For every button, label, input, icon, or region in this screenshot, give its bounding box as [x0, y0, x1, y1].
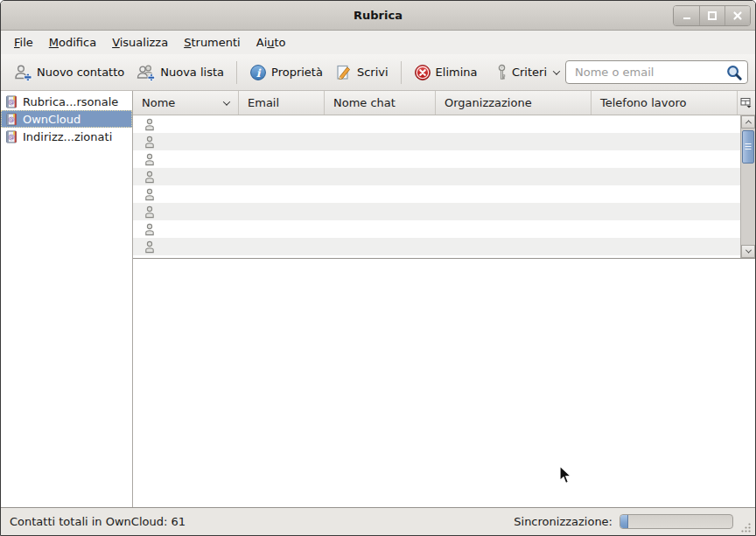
toolbar: Nuovo contatto Nuova lista i Prop — [1, 54, 755, 91]
new-list-icon — [136, 64, 156, 81]
minimize-button[interactable] — [674, 6, 699, 25]
menubar: FileModificaVisualizzaStrumentiAiuto — [1, 31, 755, 54]
search-box — [565, 60, 748, 84]
menu-item-visualizza[interactable]: Visualizza — [104, 32, 176, 52]
contact-list — [133, 115, 755, 259]
titlebar[interactable]: Rubrica — [1, 1, 755, 31]
table-header: Nome Email Nome chat Organizzazione Tele… — [133, 91, 755, 115]
arrow-up-icon — [745, 120, 751, 126]
sidebar-item[interactable]: @ OwnCloud — [1, 110, 132, 128]
main-area: @ Rubrica...rsonale @ OwnCloud — [1, 91, 755, 507]
contact-row[interactable] — [133, 168, 740, 185]
resize-grip[interactable] — [740, 522, 752, 533]
criteria-label: Criteri — [512, 66, 547, 79]
properties-button[interactable]: i Proprietà — [243, 60, 329, 85]
info-icon: i — [249, 64, 267, 81]
contact-row[interactable] — [133, 150, 740, 168]
column-header[interactable]: Nome chat — [325, 91, 436, 115]
address-book-icon: @ — [5, 113, 18, 126]
sync-label: Sincronizzazione: — [514, 515, 612, 528]
column-header[interactable]: Telefono lavoro — [592, 91, 738, 115]
contact-row[interactable] — [133, 115, 740, 133]
column-header-label: Organizzazione — [444, 96, 532, 109]
total-contacts-label: Contatti totali in OwnCloud: 61 — [10, 515, 186, 528]
scrollbar-thumb[interactable] — [742, 130, 754, 164]
chevron-down-icon — [553, 67, 560, 74]
new-list-label: Nuova lista — [160, 66, 224, 79]
window-controls — [673, 5, 751, 26]
properties-label: Proprietà — [271, 66, 323, 79]
maximize-button[interactable] — [699, 6, 724, 25]
arrow-down-icon — [745, 247, 751, 254]
minimize-icon — [682, 10, 692, 21]
contact-rows — [133, 115, 740, 258]
menu-item-strumenti[interactable]: Strumenti — [176, 32, 248, 52]
contact-row[interactable] — [133, 133, 740, 150]
toolbar-separator — [236, 61, 237, 84]
scroll-down-button[interactable] — [741, 245, 755, 258]
vertical-scrollbar — [740, 115, 755, 258]
person-icon — [144, 240, 155, 254]
contact-row[interactable] — [133, 238, 740, 255]
column-header-label: Nome — [142, 96, 175, 109]
person-icon — [144, 136, 155, 149]
svg-text:@: @ — [8, 133, 15, 141]
person-icon — [144, 153, 155, 166]
column-header[interactable]: Nome — [133, 91, 239, 115]
write-label: Scrivi — [357, 66, 388, 79]
sidebar-item-label: Indirizz...zionati — [23, 130, 112, 143]
address-book-sidebar: @ Rubrica...rsonale @ OwnCloud — [1, 91, 133, 507]
menu-item-aiuto[interactable]: Aiuto — [248, 32, 294, 52]
person-icon — [144, 188, 155, 201]
menu-item-modifica[interactable]: Modifica — [41, 32, 104, 52]
contact-row[interactable] — [133, 220, 740, 238]
address-book-icon: @ — [5, 95, 18, 108]
search-icon[interactable] — [725, 64, 743, 81]
sync-progress-fill — [620, 515, 628, 528]
new-contact-label: Nuovo contatto — [37, 66, 124, 79]
person-icon — [144, 205, 155, 219]
criteria-button[interactable]: Criteri — [490, 60, 565, 85]
contact-row[interactable] — [133, 203, 740, 220]
column-header[interactable]: Organizzazione — [436, 91, 592, 115]
sidebar-item-label: Rubrica...rsonale — [23, 95, 118, 108]
scroll-up-button[interactable] — [741, 115, 755, 129]
maximize-icon — [707, 10, 718, 21]
address-book-icon: @ — [5, 130, 18, 143]
delete-button[interactable]: Elimina — [408, 60, 484, 85]
sidebar-item[interactable]: @ Rubrica...rsonale — [1, 93, 132, 110]
svg-text:@: @ — [8, 98, 15, 106]
window-title: Rubrica — [354, 9, 402, 22]
close-button[interactable] — [724, 6, 750, 25]
statusbar: Contatti totali in OwnCloud: 61 Sincroni… — [1, 507, 755, 535]
sidebar-item-label: OwnCloud — [23, 113, 80, 126]
contact-row[interactable] — [133, 185, 740, 203]
column-header-label: Telefono lavoro — [600, 96, 686, 109]
scrollbar-track[interactable] — [741, 129, 755, 245]
write-button[interactable]: Scrivi — [329, 60, 395, 85]
person-icon — [144, 223, 155, 236]
column-header-label: Nome chat — [333, 96, 396, 109]
new-contact-icon — [14, 64, 32, 81]
key-icon — [496, 64, 508, 81]
new-contact-button[interactable]: Nuovo contatto — [8, 60, 130, 85]
contact-pane: Nome Email Nome chat Organizzazione Tele… — [133, 91, 755, 507]
column-picker-icon — [740, 97, 752, 108]
person-icon — [144, 171, 155, 184]
delete-icon — [414, 64, 431, 81]
new-list-button[interactable]: Nuova lista — [130, 60, 230, 85]
person-icon — [144, 118, 155, 131]
close-icon — [732, 10, 743, 21]
sidebar-item[interactable]: @ Indirizz...zionati — [1, 128, 132, 145]
search-input[interactable] — [573, 65, 725, 80]
column-picker-button[interactable] — [738, 91, 755, 115]
sort-indicator-icon — [223, 98, 230, 105]
column-header[interactable]: Email — [239, 91, 325, 115]
sync-progress-bar — [620, 514, 733, 529]
toolbar-separator — [401, 61, 402, 84]
menu-item-file[interactable]: File — [6, 32, 41, 52]
svg-text:@: @ — [8, 115, 15, 123]
delete-label: Elimina — [436, 66, 478, 79]
contact-detail-pane — [133, 259, 755, 507]
write-icon — [335, 64, 353, 81]
